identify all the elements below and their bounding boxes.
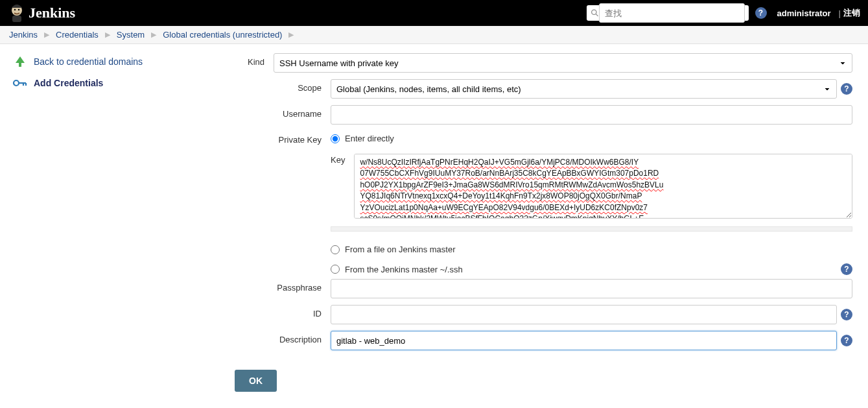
- label-passphrase: Passphrase: [235, 279, 331, 293]
- breadcrumb: Jenkins ▶ Credentials ▶ System ▶ Global …: [0, 26, 868, 44]
- username-input[interactable]: [331, 105, 852, 125]
- top-header: Jenkins ? administrator | 注销: [0, 0, 868, 26]
- sidebar-item-back[interactable]: Back to credential domains: [13, 54, 227, 69]
- bc-jenkins[interactable]: Jenkins: [9, 30, 38, 40]
- svg-point-4: [591, 10, 596, 14]
- help-scope-icon[interactable]: ?: [841, 83, 852, 95]
- label-private-key: Private Key: [235, 131, 331, 145]
- header-divider: |: [839, 8, 841, 18]
- bc-global[interactable]: Global credentials (unrestricted): [163, 30, 282, 40]
- kind-select[interactable]: SSH Username with private key: [274, 53, 852, 73]
- label-scope: Scope: [235, 79, 331, 93]
- label-username: Username: [235, 105, 331, 119]
- chevron-right-icon: ▶: [44, 30, 49, 39]
- id-input[interactable]: [331, 305, 837, 324]
- chevron-right-icon: ▶: [105, 30, 110, 39]
- arrow-up-icon: [13, 54, 27, 69]
- pk-radio-enter-label: Enter directly: [345, 134, 394, 143]
- add-credentials-link[interactable]: Add Credentials: [34, 78, 103, 88]
- label-kind: Kind: [235, 53, 274, 67]
- description-input[interactable]: [331, 331, 837, 350]
- scope-select[interactable]: Global (Jenkins, nodes, items, all child…: [331, 79, 837, 99]
- side-panel: Back to credential domains Add Credentia…: [0, 44, 235, 407]
- bc-system[interactable]: System: [117, 30, 145, 40]
- key-icon: [13, 78, 27, 88]
- svg-rect-3: [12, 16, 21, 22]
- label-description: Description: [235, 331, 331, 344]
- jenkins-title: Jenkins: [29, 5, 75, 21]
- help-privatekey-icon[interactable]: ?: [841, 263, 852, 275]
- pk-radio-from-file[interactable]: From a file on Jenkins master: [331, 245, 852, 254]
- header-user[interactable]: administrator: [777, 8, 831, 18]
- svg-point-2: [18, 9, 19, 10]
- chevron-right-icon: ▶: [288, 30, 294, 39]
- header-help-icon[interactable]: ?: [755, 7, 767, 19]
- pk-radio-file[interactable]: [331, 245, 340, 254]
- help-id-icon[interactable]: ?: [841, 309, 852, 320]
- pk-radio-file-label: From a file on Jenkins master: [345, 245, 456, 254]
- bc-credentials[interactable]: Credentials: [56, 30, 99, 40]
- jenkins-logo[interactable]: Jenkins: [8, 3, 75, 23]
- chevron-right-icon: ▶: [151, 30, 156, 39]
- jenkins-butler-icon: [8, 3, 26, 23]
- help-description-icon[interactable]: ?: [841, 335, 852, 346]
- back-link[interactable]: Back to credential domains: [34, 56, 143, 67]
- search-icon: [591, 8, 599, 18]
- pk-radio-enter-directly[interactable]: Enter directly: [331, 134, 852, 143]
- sidebar-item-add[interactable]: Add Credentials: [13, 78, 227, 88]
- resize-handle[interactable]: [331, 226, 852, 232]
- pk-radio-enter[interactable]: [331, 134, 340, 143]
- svg-line-5: [596, 14, 598, 16]
- passphrase-input[interactable]: [331, 279, 852, 298]
- pk-radio-home-label: From the Jenkins master ~/.ssh: [345, 265, 463, 274]
- key-textarea[interactable]: [354, 154, 852, 219]
- svg-point-1: [14, 9, 16, 10]
- label-id: ID: [235, 305, 331, 318]
- search-input[interactable]: [599, 3, 745, 23]
- search-box[interactable]: [587, 5, 749, 21]
- pk-radio-home[interactable]: [331, 265, 340, 274]
- logout-link[interactable]: 注销: [843, 7, 860, 19]
- pk-radio-from-home-row: From the Jenkins master ~/.ssh ?: [331, 263, 852, 275]
- ok-button[interactable]: OK: [235, 370, 277, 392]
- label-key: Key: [331, 154, 345, 165]
- svg-point-6: [14, 80, 19, 86]
- main-panel: Kind SSH Username with private key Scope…: [235, 44, 868, 407]
